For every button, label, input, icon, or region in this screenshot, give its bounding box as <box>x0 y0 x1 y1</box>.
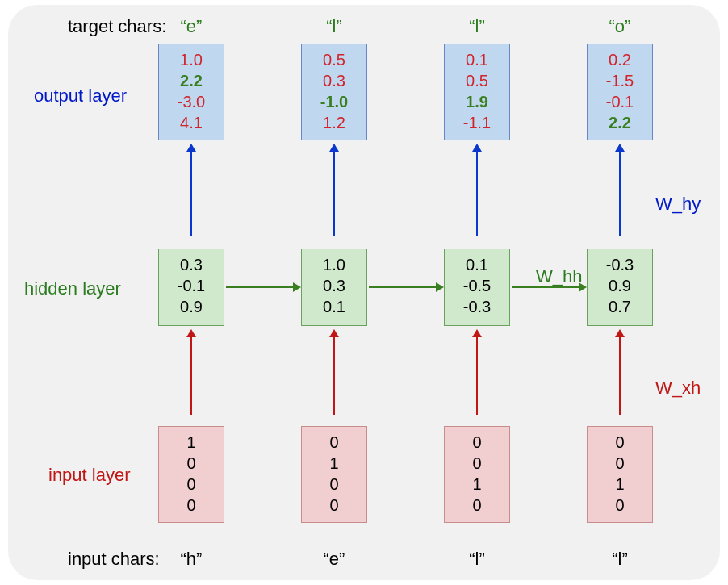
hidden-vector-value: 1.0 <box>302 254 366 275</box>
hidden-vector-value: -0.1 <box>159 275 224 296</box>
input-char: “l” <box>441 549 513 570</box>
hidden-vector-value: -0.3 <box>588 254 652 275</box>
arrow-w-xh <box>185 331 198 421</box>
hidden-vector-value: 0.3 <box>159 254 224 275</box>
hidden-vector-value: 0.1 <box>445 254 509 275</box>
weight-label-w-hy: W_hy <box>655 194 701 215</box>
output-vector-value: -1.0 <box>302 91 366 112</box>
output-vector: 0.10.51.9-1.1 <box>444 44 510 140</box>
input-char: “h” <box>155 549 228 570</box>
hidden-vector-value: 0.9 <box>588 275 652 296</box>
output-vector-value: 0.5 <box>302 49 366 70</box>
hidden-vector: 1.00.30.1 <box>301 249 367 326</box>
hidden-vector-value: 0.1 <box>302 296 366 317</box>
input-chars-label: input chars: <box>68 549 160 570</box>
input-vector-value: 0 <box>159 495 224 516</box>
input-vector-value: 0 <box>588 453 652 474</box>
input-vector-value: 1 <box>588 474 652 495</box>
output-vector-value: 2.2 <box>159 70 224 91</box>
arrow-w-hh <box>226 281 299 294</box>
input-vector-value: 0 <box>159 474 224 495</box>
input-vector-value: 0 <box>159 453 224 474</box>
input-vector-value: 0 <box>445 432 509 453</box>
output-vector-value: -3.0 <box>159 91 224 112</box>
input-char: “l” <box>584 549 656 570</box>
arrow-w-xh <box>328 331 341 421</box>
input-vector-value: 1 <box>302 453 366 474</box>
input-vector: 0010 <box>587 426 653 523</box>
output-vector: 0.50.3-1.01.2 <box>301 44 367 140</box>
hidden-vector-value: 0.9 <box>159 296 224 317</box>
weight-label-w-xh: W_xh <box>655 378 701 399</box>
arrow-w-hy <box>613 145 626 242</box>
hidden-vector: 0.3-0.10.9 <box>158 249 224 326</box>
arrow-w-hh <box>512 281 585 294</box>
input-vector-value: 0 <box>445 495 509 516</box>
target-char: “e” <box>155 16 228 37</box>
output-layer-label: output layer <box>34 86 127 107</box>
arrow-w-xh <box>613 331 626 421</box>
arrow-w-xh <box>471 331 483 421</box>
arrow-w-hy <box>471 145 483 242</box>
hidden-vector-value: -0.5 <box>445 275 509 296</box>
input-vector-value: 0 <box>588 432 652 453</box>
target-char: “o” <box>584 16 656 37</box>
input-vector: 1000 <box>158 426 224 523</box>
output-vector-value: 1.2 <box>302 112 366 133</box>
arrow-w-hy <box>328 145 341 242</box>
output-vector-value: 2.2 <box>588 112 652 133</box>
output-vector-value: 1.0 <box>159 49 224 70</box>
output-vector-value: -0.1 <box>588 91 652 112</box>
input-vector-value: 0 <box>302 474 366 495</box>
input-vector-value: 0 <box>302 432 366 453</box>
arrow-w-hy <box>185 145 198 242</box>
output-vector-value: -1.5 <box>588 70 652 91</box>
input-layer-label: input layer <box>48 465 131 486</box>
hidden-vector: -0.30.90.7 <box>587 249 653 326</box>
input-char: “e” <box>298 549 370 570</box>
hidden-vector-value: -0.3 <box>445 296 509 317</box>
target-chars-label: target chars: <box>68 16 166 37</box>
output-vector-value: 0.2 <box>588 49 652 70</box>
input-vector: 0010 <box>444 426 510 523</box>
target-char: “l” <box>441 16 513 37</box>
input-vector-value: 0 <box>445 453 509 474</box>
input-vector-value: 0 <box>588 495 652 516</box>
output-vector-value: 1.9 <box>445 91 509 112</box>
target-char: “l” <box>298 16 370 37</box>
output-vector-value: 0.5 <box>445 70 509 91</box>
input-vector-value: 1 <box>445 474 509 495</box>
input-vector-value: 1 <box>159 432 224 453</box>
output-vector: 1.02.2-3.04.1 <box>158 44 224 140</box>
arrow-w-hh <box>369 281 442 294</box>
hidden-vector: 0.1-0.5-0.3 <box>444 249 510 326</box>
output-vector-value: 0.3 <box>302 70 366 91</box>
input-vector: 0100 <box>301 426 367 523</box>
output-vector-value: 4.1 <box>159 112 224 133</box>
hidden-layer-label: hidden layer <box>24 278 121 299</box>
hidden-vector-value: 0.7 <box>588 296 652 317</box>
output-vector: 0.2-1.5-0.12.2 <box>587 44 653 140</box>
output-vector-value: -1.1 <box>445 112 509 133</box>
input-vector-value: 0 <box>302 495 366 516</box>
output-vector-value: 0.1 <box>445 49 509 70</box>
hidden-vector-value: 0.3 <box>302 275 366 296</box>
